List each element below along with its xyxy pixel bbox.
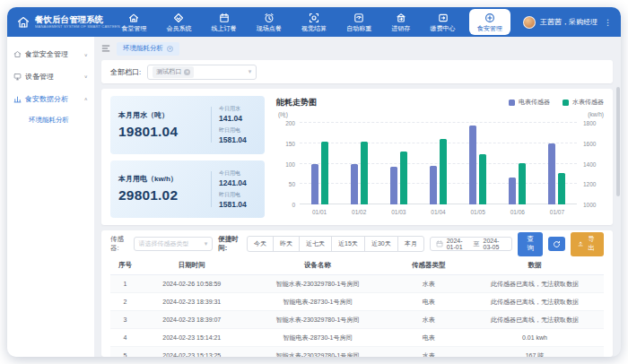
export-icon [578, 240, 583, 247]
legend-item-电表传感器[interactable]: 电表传感器 [509, 98, 550, 107]
x-axis-label: 01/02 [352, 209, 366, 215]
bar-电表传感器 [548, 143, 555, 204]
sensor-filter-label: 传感器: [110, 235, 128, 253]
tab-close-icon[interactable]: × [167, 46, 173, 52]
collapse-menu-icon[interactable] [101, 44, 110, 53]
sidebar-item-设备管理[interactable]: 设备管理∨ [7, 65, 94, 88]
nav-item-现场点餐[interactable]: 现场点餐 [250, 10, 288, 34]
stat-value: 29801.02 [118, 187, 204, 204]
stat-sub-item: 今日用电1241.04 [219, 169, 257, 187]
table-cell: 智能电表-28730-1号房间 [244, 329, 392, 347]
sidebar-item-食堂安全管理[interactable]: 食堂安全管理∨ [7, 43, 94, 65]
energy-trend-chart: 能耗走势图 电表传感器水表传感器 (吨) (kw/h) 010005012001… [265, 96, 604, 218]
nav-item-label: 线上订餐 [212, 25, 237, 31]
stat-sub-label: 今日用水 [219, 105, 257, 113]
nav-item-食安管理[interactable]: 食安管理 [469, 9, 510, 35]
table-cell: 0.01 kwh [466, 329, 604, 347]
bar-group-01/06: 01/06 [509, 123, 526, 204]
nav-item-缴费中心[interactable]: 缴费中心 [424, 10, 462, 34]
bar-group-01/01: 01/01 [311, 123, 328, 204]
search-button[interactable]: 查询 [518, 232, 543, 256]
payment-icon [438, 13, 449, 23]
nav-item-视觉结算[interactable]: 视觉结算 [295, 10, 333, 34]
refresh-button[interactable] [548, 237, 565, 251]
right-axis-tick: 1200 [583, 181, 596, 187]
legend-label: 水表传感器 [572, 98, 604, 107]
left-axis-tick: 100 [285, 160, 295, 167]
more-menu-icon[interactable]: ⋮ [602, 18, 614, 27]
canteen-home-icon [128, 13, 139, 23]
quick-time-近30天[interactable]: 近30天 [364, 236, 398, 252]
sensor-type-select[interactable]: 请选择传感器类型 ▾ [134, 237, 214, 251]
table-cell: 此传感器已离线，无法获取数据 [466, 293, 604, 311]
stat-card-1: 本月用电（kw/h）29801.02今日用电1241.04昨日用电1581.04 [110, 160, 265, 219]
column-header-设备名称: 设备名称 [244, 256, 392, 275]
sidebar-item-食安数据分析[interactable]: 食安数据分析∧ [7, 88, 94, 110]
table-cell: 2024-02-23 18:39:31 [140, 293, 244, 311]
nav-item-线上订餐[interactable]: 线上订餐 [205, 10, 243, 34]
table-row: 22024-02-23 18:39:31智能电表-28730-1号房间电表此传感… [110, 293, 604, 311]
nav-item-label: 缴费中心 [431, 25, 456, 31]
auto-weigh-icon [353, 13, 364, 23]
right-axis-tick: 1400 [583, 160, 596, 167]
table-cell: 此传感器已离线，无法获取数据 [466, 275, 604, 293]
table-cell: 智能水表-230329780-1号房间 [244, 347, 392, 358]
stat-subs: 今日用电1241.04昨日用电1581.04 [219, 169, 257, 209]
tab-label: 环境能耗分析 [123, 44, 163, 53]
nav-item-label: 食堂管理 [121, 25, 146, 31]
bar-水表传感器 [321, 142, 328, 204]
table-header: 序号日期时间设备名称传感器类型数据 [110, 256, 604, 275]
stat-divider [211, 107, 212, 143]
stall-select[interactable]: 测试档口 × ▾ [147, 65, 257, 80]
stat-divider [211, 171, 212, 207]
device-icon [13, 73, 22, 81]
stall-filter-bar: 全部档口: 测试档口 × ▾ [101, 60, 613, 83]
nav-item-进销存[interactable]: 进销存 [385, 10, 416, 34]
x-axis-label: 01/03 [391, 209, 406, 215]
table-cell: 2024-02-23 15:14:21 [140, 329, 244, 347]
bar-水表传感器 [479, 154, 486, 204]
bar-电表传感器 [430, 166, 437, 204]
tab-env-energy[interactable]: 环境能耗分析 × [117, 42, 179, 56]
chevron-up-icon: ∧ [84, 97, 88, 102]
legend-item-水表传感器[interactable]: 水表传感器 [563, 98, 604, 107]
table-cell: 智能电表-28730-1号房间 [244, 293, 392, 311]
table-cell: 电表 [392, 329, 467, 347]
sidebar-subitem-环境能耗分析[interactable]: 环境能耗分析 [7, 110, 94, 129]
scrollbar-track[interactable] [615, 37, 621, 357]
stat-sub-label: 今日用电 [219, 169, 257, 178]
chevron-down-icon: ∨ [84, 74, 88, 80]
chevron-down-icon: ▾ [205, 240, 208, 247]
bar-电表传感器 [351, 164, 358, 205]
stall-tag-remove-icon[interactable]: × [184, 69, 190, 75]
bar-水表传感器 [519, 163, 526, 204]
quick-time-今天[interactable]: 今天 [247, 236, 274, 252]
x-axis-label: 01/06 [510, 209, 525, 215]
nav-item-食堂管理[interactable]: 食堂管理 [115, 10, 153, 34]
quick-time-近七天[interactable]: 近七天 [299, 236, 332, 252]
nav-item-label: 自动称重 [346, 25, 371, 31]
legend-swatch [563, 100, 569, 106]
left-axis-tick: 50 [289, 181, 295, 187]
table-cell: 此传感器已离线，无法获取数据 [466, 311, 604, 329]
chart-title: 能耗走势图 [276, 97, 317, 108]
bar-电表传感器 [469, 126, 476, 204]
stat-title: 本月用电（kw/h） [118, 174, 204, 184]
sidebar-item-label: 食堂安全管理 [25, 49, 81, 59]
bar-电表传感器 [311, 164, 318, 205]
quick-time-本月[interactable]: 本月 [397, 236, 424, 252]
table-row: 42024-02-23 15:14:21智能电表-28730-1号房间电表0.0… [110, 329, 604, 347]
export-button[interactable]: 导出 [571, 232, 604, 256]
top-header: 餐饮后台管理系统 MANAGEMENT SYSTEM OF SMART CANT… [7, 7, 621, 37]
sidebar: 食堂安全管理∨设备管理∨食安数据分析∧环境能耗分析 [7, 37, 94, 357]
nav-item-会员系统[interactable]: 会员系统 [160, 10, 197, 34]
table-row: 32024-02-23 18:39:07智能水表-230329780-1号房间水… [110, 311, 604, 329]
scrollbar-thumb[interactable] [616, 87, 620, 196]
user-menu[interactable]: 王茜茜，采购经理 ⋮ [523, 16, 614, 29]
nav-item-自动称重[interactable]: 自动称重 [340, 10, 378, 34]
quick-time-近15天[interactable]: 近15天 [331, 236, 365, 252]
quick-time-昨天[interactable]: 昨天 [273, 236, 300, 252]
bar-水表传感器 [361, 142, 368, 204]
date-range-picker[interactable]: 2024-01-01 至 2024-03-05 [430, 237, 513, 251]
stat-main: 本月用电（kw/h）29801.02 [118, 174, 204, 204]
